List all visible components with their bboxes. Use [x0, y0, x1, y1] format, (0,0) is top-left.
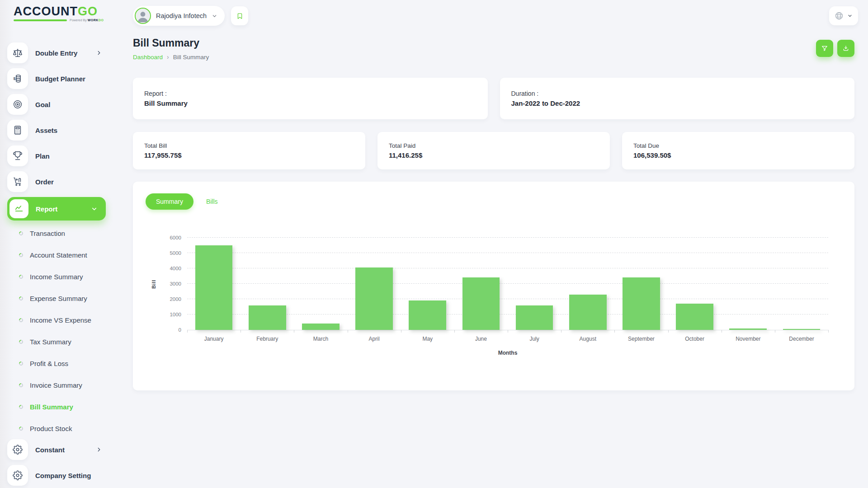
sidebar-item-goal[interactable]: Goal	[7, 94, 107, 115]
bar-july[interactable]	[516, 305, 553, 330]
x-axis-tick	[401, 330, 401, 333]
bar-december[interactable]	[783, 329, 821, 330]
chevron-down-icon	[91, 206, 98, 212]
gear-icon	[7, 465, 28, 486]
bar-april[interactable]	[355, 267, 393, 330]
language-selector[interactable]	[829, 6, 858, 25]
y-axis-tick-label: 3000	[170, 281, 181, 286]
submenu-item-invoice-summary[interactable]: Invoice Summary	[7, 374, 107, 396]
sidebar-item-label: Assets	[35, 127, 57, 134]
bar-slot	[401, 238, 454, 330]
sidebar-item-label: Report	[36, 205, 57, 213]
x-axis-tick-label: August	[561, 336, 614, 342]
bar-slot	[508, 238, 561, 330]
submenu-item-product-stock[interactable]: Product Stock	[7, 418, 107, 439]
sidebar-item-label: Order	[35, 178, 54, 186]
x-axis-tick	[828, 330, 829, 333]
y-axis-tick-label: 1000	[170, 312, 181, 317]
bar-september[interactable]	[623, 277, 660, 330]
x-axis-tick-label: June	[454, 336, 508, 342]
stat-label: Total Bill	[144, 142, 354, 149]
x-axis-tick	[454, 330, 455, 333]
bullet-icon	[18, 317, 24, 323]
trolley-icon	[7, 171, 28, 192]
y-axis-tick-label: 2000	[170, 296, 181, 302]
chevron-down-icon	[847, 13, 853, 19]
submenu-item-label: Invoice Summary	[30, 381, 82, 389]
sidebar-item-assets[interactable]: Assets	[7, 120, 107, 141]
submenu-item-income-vs-expense[interactable]: Income VS Expense	[7, 309, 107, 331]
submenu-item-bill-summary[interactable]: Bill Summary	[7, 396, 107, 418]
bar-may[interactable]	[409, 300, 446, 330]
trend-chart-icon	[9, 199, 28, 218]
submenu-item-label: Income VS Expense	[30, 316, 91, 324]
logo-wordmark: ACCOUNTGO	[14, 5, 113, 18]
breadcrumb: Dashboard › Bill Summary	[133, 53, 209, 61]
sidebar-item-constant[interactable]: Constant	[7, 439, 107, 460]
bar-slot	[775, 238, 828, 330]
x-axis-tick	[722, 330, 722, 333]
filter-button[interactable]	[816, 40, 833, 57]
sidebar-menu: Double Entry $ Budget Planner Goal A	[0, 29, 113, 486]
duration-info-card: Duration : Jan-2022 to Dec-2022	[500, 78, 855, 119]
submenu-item-income-summary[interactable]: Income Summary	[7, 266, 107, 287]
chevron-down-icon	[212, 13, 217, 19]
x-axis-tick-label: December	[775, 336, 828, 342]
submenu-item-account-statement[interactable]: Account Statement	[7, 244, 107, 266]
bill-summary-chart-card: Summary Bills Bill 010002000300040005000…	[133, 182, 854, 390]
bullet-icon	[18, 230, 24, 236]
bullet-icon	[18, 274, 24, 280]
x-axis-tick-label: May	[401, 336, 454, 342]
download-button[interactable]	[837, 40, 854, 57]
y-axis-tick-label: 6000	[170, 235, 181, 240]
duration-label: Duration :	[511, 90, 844, 97]
tab-bills[interactable]: Bills	[206, 198, 218, 205]
sidebar-item-order[interactable]: Order	[7, 171, 107, 192]
scale-icon	[7, 42, 28, 63]
sidebar-item-plan[interactable]: Plan	[7, 145, 107, 166]
submenu-item-expense-summary[interactable]: Expense Summary	[7, 287, 107, 309]
bar-june[interactable]	[462, 277, 500, 330]
sidebar-item-budget-planner[interactable]: $ Budget Planner	[7, 68, 107, 89]
tab-summary[interactable]: Summary	[146, 193, 193, 210]
submenu-item-transaction[interactable]: Transaction	[7, 222, 107, 244]
submenu-item-label: Product Stock	[30, 425, 72, 432]
logo-text-primary: ACCOUNT	[14, 5, 78, 18]
bar-february[interactable]	[249, 305, 286, 330]
bar-november[interactable]	[729, 328, 767, 330]
sidebar-item-company-setting[interactable]: Company Setting	[7, 465, 107, 486]
bar-august[interactable]	[569, 295, 607, 330]
globe-icon	[835, 11, 844, 20]
breadcrumb-separator: ›	[167, 53, 169, 61]
sidebar-item-double-entry[interactable]: Double Entry	[7, 42, 107, 63]
submenu-item-tax-summary[interactable]: Tax Summary	[7, 331, 107, 352]
report-value: Bill Summary	[144, 99, 476, 107]
x-axis-tick	[668, 330, 669, 333]
bullet-icon	[18, 361, 24, 366]
bookmark-button[interactable]	[231, 6, 248, 25]
sidebar-item-label: Company Setting	[35, 472, 91, 479]
bar-slot	[294, 238, 347, 330]
company-switcher[interactable]: Rajodiya Infotech	[133, 6, 225, 26]
sidebar-item-report[interactable]: Report	[7, 197, 106, 221]
bar-january[interactable]	[195, 245, 233, 330]
breadcrumb-current: Bill Summary	[173, 54, 209, 61]
submenu-item-label: Expense Summary	[30, 295, 87, 302]
app-logo[interactable]: ACCOUNTGO Powered By WORKDO	[0, 0, 113, 29]
report-submenu: Transaction Account Statement Income Sum…	[7, 222, 107, 439]
breadcrumb-dashboard-link[interactable]: Dashboard	[133, 54, 163, 61]
main-area: Rajodiya Infotech Bill Summary Dashboard…	[113, 0, 868, 488]
bar-october[interactable]	[676, 304, 713, 330]
bar-march[interactable]	[302, 324, 340, 330]
bullet-icon	[18, 296, 24, 301]
sidebar-item-label: Plan	[35, 152, 50, 160]
bullet-icon	[18, 426, 24, 432]
x-axis-tick	[508, 330, 508, 333]
x-axis-tick-label: November	[722, 336, 775, 342]
calculator-icon	[7, 120, 28, 141]
report-label: Report :	[144, 90, 476, 97]
x-axis-tick	[775, 330, 775, 333]
submenu-item-profit-loss[interactable]: Profit & Loss	[7, 352, 107, 374]
funnel-icon	[821, 45, 828, 52]
logo-text-secondary: GO	[78, 5, 98, 18]
